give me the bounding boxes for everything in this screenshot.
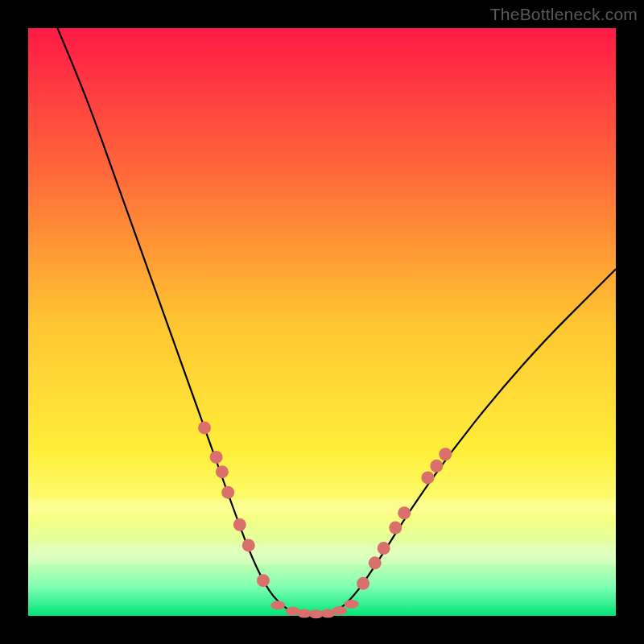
- chart-frame: TheBottleneck.com: [0, 0, 644, 644]
- data-point: [421, 471, 434, 484]
- data-point: [389, 522, 402, 535]
- data-point: [198, 421, 211, 434]
- curve-svg: [28, 28, 616, 616]
- data-point: [233, 518, 246, 531]
- data-point: [257, 574, 270, 587]
- watermark-text: TheBottleneck.com: [490, 5, 638, 24]
- data-points-group: [198, 421, 452, 618]
- data-point: [439, 448, 452, 460]
- data-point: [332, 606, 347, 615]
- data-point: [430, 460, 443, 473]
- data-point: [357, 577, 369, 590]
- data-point: [369, 556, 382, 569]
- bottleneck-curve: [58, 28, 617, 616]
- data-point: [345, 600, 359, 609]
- data-point: [216, 465, 229, 478]
- data-point: [210, 451, 223, 464]
- data-point: [242, 539, 255, 551]
- data-point: [398, 506, 411, 519]
- data-point: [221, 486, 234, 499]
- plot-area: [28, 28, 616, 616]
- data-point: [378, 542, 390, 555]
- data-point: [270, 601, 285, 609]
